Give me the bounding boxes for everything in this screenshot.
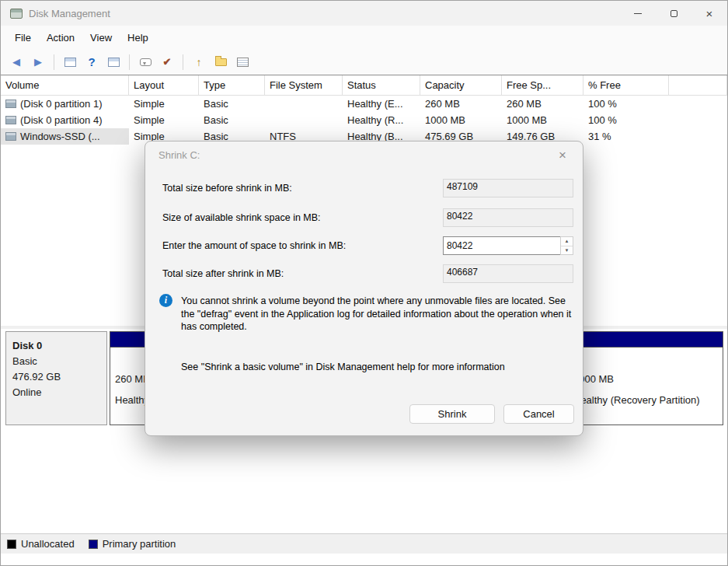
list-glyph	[237, 58, 249, 67]
legend-bar: Unallocated Primary partition	[1, 533, 727, 554]
up-arrow-icon[interactable]: ↑	[190, 53, 208, 72]
maximize-icon	[671, 10, 677, 17]
list-header: Volume Layout Type File System Status Ca…	[1, 75, 727, 96]
primary-partition-swatch-icon	[89, 540, 98, 549]
column-capacity[interactable]: Capacity	[420, 75, 502, 95]
volume-cell: Windows-SSD (...	[1, 128, 129, 145]
partition-label: 1000 MB Healthy (Recovery Partition)	[569, 348, 723, 411]
table-row[interactable]: (Disk 0 partition 1) Simple Basic Health…	[1, 96, 727, 112]
speech-bubble-icon[interactable]	[136, 53, 155, 72]
window-title: Disk Management	[29, 8, 110, 19]
shrink-button[interactable]: Shrink	[409, 404, 495, 424]
type-cell: Basic	[199, 112, 265, 128]
volume-icon	[5, 100, 16, 108]
volume-name: (Disk 0 partition 4)	[20, 114, 102, 126]
spinner-up-icon[interactable]: ▲	[561, 237, 573, 246]
disk-status: Online	[12, 385, 106, 400]
dialog-title: Shrink C:	[158, 149, 200, 161]
layout-cell: Simple	[129, 112, 199, 128]
menu-help[interactable]: Help	[120, 29, 156, 47]
action-pane-glyph	[108, 58, 120, 67]
check-icon[interactable]: ✔	[158, 53, 176, 72]
freespace-cell: 1000 MB	[502, 112, 583, 128]
column-filesystem[interactable]: File System	[265, 75, 343, 95]
help-icon[interactable]: ?	[82, 53, 101, 72]
status-cell: Healthy (R...	[343, 112, 420, 128]
pctfree-cell: 100 %	[583, 96, 669, 112]
pctfree-cell: 31 %	[583, 128, 669, 145]
info-icon: i	[159, 294, 172, 307]
menu-action[interactable]: Action	[39, 29, 82, 47]
console-tree-glyph	[64, 58, 76, 67]
filesystem-cell	[265, 96, 343, 112]
pctfree-cell: 100 %	[583, 112, 669, 128]
legend-label: Unallocated	[21, 538, 75, 550]
folder-icon[interactable]	[211, 53, 230, 72]
close-icon: ×	[559, 148, 566, 163]
partition-block-recovery[interactable]: 1000 MB Healthy (Recovery Partition)	[568, 331, 723, 425]
shrink-dialog: Shrink C: × Total size before shrink in …	[145, 141, 583, 436]
partition-status: Healthy (Recovery Partition)	[573, 390, 723, 411]
show-console-tree-icon[interactable]	[61, 53, 79, 72]
minimize-icon	[634, 13, 642, 14]
column-pctfree[interactable]: % Free	[583, 75, 669, 95]
shrink-amount-field: 80422 ▲ ▼	[443, 236, 573, 255]
spinner-control: ▲ ▼	[560, 236, 573, 255]
unallocated-swatch-icon	[7, 540, 16, 549]
back-icon[interactable]: ◀	[7, 53, 26, 72]
column-volume[interactable]: Volume	[1, 75, 129, 95]
filesystem-cell	[265, 112, 343, 128]
column-layout[interactable]: Layout	[129, 75, 199, 95]
column-type[interactable]: Type	[199, 75, 265, 95]
partition-size: 1000 MB	[573, 369, 723, 390]
info-text: You cannot shrink a volume beyond the po…	[181, 295, 573, 334]
disk0-panel[interactable]: Disk 0 Basic 476.92 GB Online	[5, 331, 107, 425]
folder-glyph	[215, 58, 227, 66]
menu-view[interactable]: View	[82, 29, 120, 47]
menu-file[interactable]: File	[7, 29, 39, 47]
dialog-close-button[interactable]: ×	[553, 146, 572, 165]
app-icon	[10, 9, 23, 19]
legend-item-primary: Primary partition	[89, 538, 176, 550]
close-button[interactable]: ×	[691, 1, 727, 26]
disk-size: 476.92 GB	[12, 369, 106, 385]
shrink-amount-input[interactable]: 80422	[443, 236, 560, 255]
legend-item-unallocated: Unallocated	[7, 538, 75, 550]
forward-icon[interactable]: ▶	[29, 53, 47, 72]
volume-icon	[5, 132, 16, 141]
cancel-button[interactable]: Cancel	[503, 404, 574, 424]
disk-type: Basic	[12, 354, 106, 369]
title-bar: Disk Management ×	[1, 1, 727, 26]
toolbar-separator	[129, 54, 130, 70]
capacity-cell: 260 MB	[420, 96, 502, 112]
total-after-value: 406687	[443, 264, 573, 283]
help-text: See "Shrink a basic volume" in Disk Mana…	[181, 362, 573, 372]
toolbar-separator	[183, 54, 183, 70]
volume-cell: (Disk 0 partition 4)	[1, 112, 129, 128]
capacity-cell: 1000 MB	[420, 112, 502, 128]
close-icon: ×	[706, 7, 713, 20]
toolbar-separator	[54, 54, 54, 70]
column-freespace[interactable]: Free Sp...	[502, 75, 583, 95]
type-cell: Basic	[199, 96, 265, 112]
table-row[interactable]: (Disk 0 partition 4) Simple Basic Health…	[1, 112, 727, 128]
available-shrink-value: 80422	[443, 208, 573, 227]
volume-cell: (Disk 0 partition 1)	[1, 96, 129, 112]
column-status[interactable]: Status	[343, 75, 420, 95]
window-controls: ×	[620, 1, 727, 26]
total-before-label: Total size before shrink in MB:	[162, 183, 292, 194]
spinner-down-icon[interactable]: ▼	[561, 246, 573, 255]
available-shrink-label: Size of available shrink space in MB:	[162, 212, 321, 223]
total-before-value: 487109	[443, 179, 573, 197]
layout-cell: Simple	[129, 96, 199, 112]
minimize-button[interactable]	[620, 1, 656, 26]
volume-name: (Disk 0 partition 1)	[20, 98, 102, 110]
status-cell: Healthy (E...	[343, 96, 420, 112]
list-view-icon[interactable]	[233, 53, 252, 72]
maximize-button[interactable]	[656, 1, 691, 26]
total-after-label: Total size after shrink in MB:	[162, 268, 284, 279]
bubble-glyph	[140, 58, 152, 66]
volume-icon	[5, 116, 16, 124]
show-action-pane-icon[interactable]	[104, 53, 123, 72]
column-filler	[669, 75, 727, 95]
